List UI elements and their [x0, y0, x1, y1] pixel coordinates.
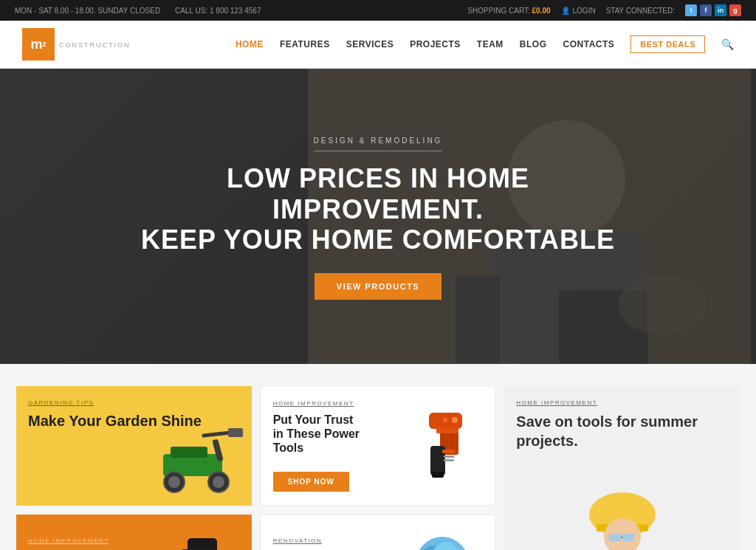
svg-rect-42	[622, 534, 634, 541]
svg-rect-14	[228, 428, 243, 437]
top-bar-left: MON - SAT 8.00 - 18.00. SUNDAY CLOSED CA…	[15, 7, 261, 15]
svg-rect-23	[444, 456, 454, 458]
svg-rect-44	[188, 538, 217, 550]
card-summer-category: HOME IMPROVEMENT	[516, 399, 728, 406]
shop-now-button[interactable]: SHOP NOW	[273, 472, 349, 492]
svg-point-9	[168, 476, 180, 488]
nav-home[interactable]: HOME	[236, 36, 264, 52]
card-power-tools-text: HOME IMPROVEMENT Put Your Trust in These…	[261, 387, 378, 505]
login-link[interactable]: 👤 LOGIN	[561, 7, 596, 15]
card-save-text: HOME IMPROVEMENT Save more on Home Impro…	[16, 524, 145, 550]
card-garden: GARDENING TIPS Make Your Garden Shine	[16, 386, 252, 506]
view-products-button[interactable]: VIEW PRODUCTS	[315, 273, 441, 300]
linkedin-icon[interactable]: in	[715, 4, 726, 16]
svg-point-21	[443, 418, 447, 422]
social-icons: t f in g	[685, 4, 741, 16]
logo-box: m2	[22, 28, 55, 61]
svg-point-11	[213, 476, 224, 488]
nav-features[interactable]: FEATURES	[280, 36, 330, 52]
svg-rect-19	[432, 472, 444, 478]
card-power-tools-inner: HOME IMPROVEMENT Put Your Trust in These…	[261, 387, 495, 505]
nav-contacts[interactable]: CONTACTS	[563, 36, 615, 52]
nav-projects[interactable]: PROJECTS	[410, 36, 461, 52]
paint-icon	[402, 531, 475, 550]
hero-subtitle: DESIGN & REMODELING	[314, 137, 443, 151]
lawnmower-icon	[148, 424, 252, 498]
cart-text: SHOPPING CART: £0.00	[467, 7, 550, 15]
worker-person-icon	[549, 474, 696, 550]
nav-team[interactable]: TEAM	[477, 36, 504, 52]
person-icon: 👤	[561, 7, 570, 15]
nav-blog[interactable]: BLOG	[520, 36, 547, 52]
twitter-icon[interactable]: t	[685, 4, 697, 16]
card-save: HOME IMPROVEMENT Save more on Home Impro…	[16, 515, 252, 550]
card-summer-image	[504, 457, 740, 550]
card-summer: HOME IMPROVEMENT Save on tools for summe…	[504, 386, 740, 550]
card-painting-inner: RENOVATION Tips For Painting A Room	[261, 515, 495, 550]
card-painting-category: RENOVATION	[273, 537, 371, 544]
card-summer-title: Save on tools for summer projects.	[516, 412, 728, 450]
svg-rect-24	[444, 459, 454, 461]
hero-section: DESIGN & REMODELING LOW PRICES IN HOME I…	[0, 69, 756, 364]
cards-section: GARDENING TIPS Make Your Garden Shine	[0, 364, 756, 550]
stay-connected-label: STAY CONNECTED:	[606, 7, 675, 15]
logo-text: CONSTRUCTION	[59, 41, 131, 49]
cards-grid: GARDENING TIPS Make Your Garden Shine	[16, 386, 740, 550]
facebook-icon[interactable]: f	[700, 4, 712, 16]
card-garden-image	[129, 386, 251, 506]
card-power-tools-category: HOME IMPROVEMENT	[273, 400, 366, 407]
svg-rect-22	[442, 450, 456, 453]
search-icon[interactable]: 🔍	[721, 38, 734, 50]
card-power-tools-image	[378, 398, 495, 494]
svg-point-20	[452, 417, 458, 423]
card-summer-text: HOME IMPROVEMENT Save on tools for summe…	[504, 386, 740, 464]
nav-best-deals[interactable]: BEST DEALS	[630, 35, 705, 53]
top-bar: MON - SAT 8.00 - 18.00. SUNDAY CLOSED CA…	[0, 0, 756, 21]
hero-content: DESIGN & REMODELING LOW PRICES IN HOME I…	[120, 133, 636, 299]
card-power-tools: HOME IMPROVEMENT Put Your Trust in These…	[261, 386, 496, 506]
heat-gun-icon	[399, 405, 473, 487]
nav-services[interactable]: SERVICES	[346, 36, 394, 52]
top-bar-right: SHOPPING CART: £0.00 👤 LOGIN STAY CONNEC…	[467, 4, 741, 16]
card-painting-text: RENOVATION Tips For Painting A Room	[261, 524, 383, 550]
card-save-category: HOME IMPROVEMENT	[28, 537, 134, 544]
main-nav: HOME FEATURES SERVICES PROJECTS TEAM BLO…	[236, 35, 734, 53]
drill-icon	[165, 527, 232, 550]
googleplus-icon[interactable]: g	[729, 4, 741, 16]
svg-rect-7	[171, 447, 207, 458]
schedule-text: MON - SAT 8.00 - 18.00. SUNDAY CLOSED	[15, 7, 160, 15]
card-save-inner: HOME IMPROVEMENT Save more on Home Impro…	[16, 515, 252, 550]
svg-rect-17	[436, 427, 458, 433]
card-painting-image	[382, 523, 495, 550]
phone-text: CALL US: 1 800 123 4567	[175, 7, 261, 15]
header: m2 CONSTRUCTION HOME FEATURES SERVICES P…	[0, 21, 756, 69]
card-power-tools-title: Put Your Trust in These Power Tools	[273, 413, 366, 456]
hero-title: LOW PRICES IN HOME IMPROVEMENT. KEEP YOU…	[134, 163, 622, 255]
card-painting: RENOVATION Tips For Painting A Room	[261, 515, 496, 550]
card-save-image	[145, 527, 251, 550]
logo[interactable]: m2 CONSTRUCTION	[22, 28, 131, 61]
svg-rect-41	[609, 534, 621, 541]
